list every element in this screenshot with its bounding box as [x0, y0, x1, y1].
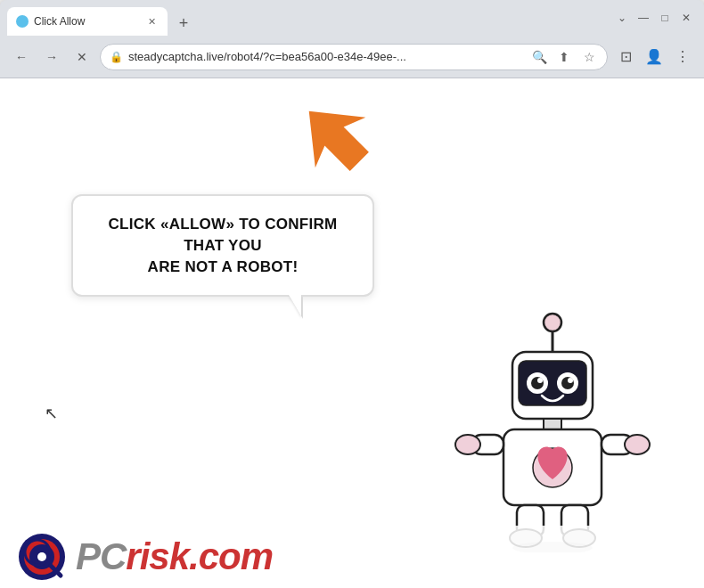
- svg-point-26: [37, 552, 46, 561]
- arrow-indicator: [294, 96, 365, 167]
- maximize-button[interactable]: □: [658, 11, 672, 25]
- address-bar[interactable]: 🔒 steadycaptcha.live/robot4/?c=bea56a00-…: [100, 44, 608, 70]
- lock-icon: 🔒: [110, 51, 123, 63]
- tab-close-button[interactable]: ✕: [144, 14, 159, 29]
- svg-point-15: [455, 435, 480, 454]
- browser-menu-icons: ⊡ 👤 ⋮: [613, 45, 695, 69]
- page-content: CLICK «ALLOW» TO CONFIRM THAT YOU ARE NO…: [0, 78, 704, 588]
- address-bar-icons: 🔍 ⬆ ☆: [530, 48, 598, 66]
- title-bar: Click Allow ✕ + ⌄ — □ ✕: [0, 0, 704, 36]
- search-icon[interactable]: 🔍: [530, 48, 548, 66]
- robot-illustration: [454, 303, 651, 552]
- tab-favicon: [16, 15, 29, 28]
- share-icon[interactable]: ⬆: [555, 48, 573, 66]
- svg-point-17: [625, 435, 650, 454]
- pcrisk-watermark: PCrisk.com: [0, 526, 704, 588]
- window-controls: ⌄ — □ ✕: [615, 11, 697, 25]
- pcrisk-logo-icon: [18, 533, 67, 582]
- pcrisk-brand-text: PCrisk.com: [76, 535, 273, 578]
- svg-marker-0: [294, 96, 374, 176]
- mouse-cursor: ↖: [45, 404, 58, 423]
- svg-point-2: [544, 314, 561, 331]
- bookmark-icon[interactable]: ☆: [580, 48, 598, 66]
- url-text: steadycaptcha.live/robot4/?c=bea56a00-e3…: [128, 50, 525, 63]
- back-button[interactable]: ←: [9, 45, 34, 69]
- more-options-button[interactable]: ⋮: [670, 45, 695, 69]
- tab-strip: Click Allow ✕ +: [7, 0, 615, 36]
- tab-overflow-button[interactable]: ⌄: [615, 11, 629, 25]
- close-button[interactable]: ✕: [679, 11, 693, 25]
- new-tab-button[interactable]: +: [171, 11, 196, 36]
- svg-point-9: [537, 378, 543, 383]
- browser-window: Click Allow ✕ + ⌄ — □ ✕ ← → ✕ 🔒 steadyca…: [0, 0, 704, 588]
- nav-bar: ← → ✕ 🔒 steadycaptcha.live/robot4/?c=bea…: [0, 36, 704, 78]
- reload-button[interactable]: ✕: [70, 45, 94, 69]
- split-view-button[interactable]: ⊡: [613, 45, 638, 69]
- svg-point-10: [568, 378, 573, 383]
- minimize-button[interactable]: —: [636, 11, 651, 25]
- speech-bubble: CLICK «ALLOW» TO CONFIRM THAT YOU ARE NO…: [71, 194, 374, 297]
- svg-rect-11: [544, 419, 561, 429]
- browser-tab[interactable]: Click Allow ✕: [7, 7, 168, 36]
- forward-button[interactable]: →: [39, 45, 64, 69]
- bubble-text: CLICK «ALLOW» TO CONFIRM THAT YOU ARE NO…: [94, 214, 351, 277]
- profile-button[interactable]: 👤: [642, 45, 667, 69]
- tab-title: Click Allow: [34, 15, 139, 28]
